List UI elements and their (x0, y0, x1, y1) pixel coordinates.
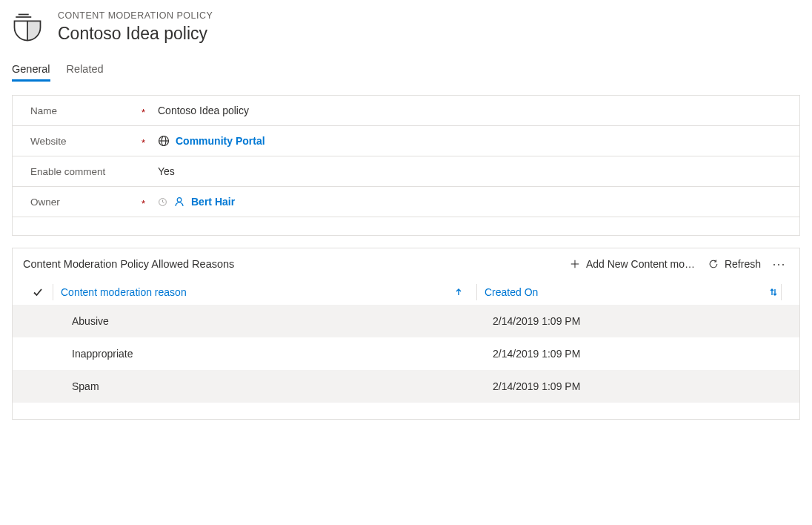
tab-general[interactable]: General (12, 63, 50, 82)
cell-reason: Spam (72, 380, 493, 392)
field-website: Website * Community Portal (13, 126, 799, 156)
table-row[interactable]: Abusive 2/14/2019 1:09 PM (13, 305, 799, 337)
website-link[interactable]: Community Portal (176, 135, 265, 147)
website-lookup[interactable]: Community Portal (144, 135, 782, 147)
table-row[interactable]: Inappropriate 2/14/2019 1:09 PM (13, 337, 799, 370)
add-new-button[interactable]: Add New Content mo… (570, 258, 695, 270)
refresh-icon (708, 259, 719, 269)
general-panel: Name * Contoso Idea policy Website * Com… (12, 95, 800, 236)
cell-created-on: 2/14/2019 1:09 PM (493, 380, 789, 392)
required-indicator: * (142, 107, 145, 118)
sort-asc-icon (454, 288, 463, 297)
subgrid-header: Content Moderation Policy Allowed Reason… (13, 248, 799, 280)
column-separator (53, 284, 53, 300)
add-new-label: Add New Content mo… (586, 258, 695, 270)
tab-related[interactable]: Related (67, 63, 104, 82)
field-label: Enable comment (30, 166, 144, 177)
field-enable-comment: Enable comment Yes (13, 156, 799, 187)
plus-icon (570, 259, 580, 269)
more-commands-button[interactable]: ⋯ (768, 256, 789, 272)
refresh-button[interactable]: Refresh (708, 258, 761, 270)
cell-created-on: 2/14/2019 1:09 PM (493, 348, 789, 360)
tab-bar: General Related (12, 63, 800, 82)
clock-icon (158, 197, 167, 207)
reasons-grid: Content moderation reason Created On Abu… (13, 280, 799, 419)
select-all-checkbox[interactable] (23, 286, 53, 298)
grid-header-row: Content moderation reason Created On (13, 280, 799, 305)
column-separator (781, 284, 782, 300)
col-label: Content moderation reason (61, 286, 187, 298)
page-title: Contoso Idea policy (58, 24, 213, 44)
owner-lookup[interactable]: Bert Hair (144, 196, 782, 208)
field-owner: Owner * Bert Hair (13, 187, 799, 217)
table-row[interactable]: Spam 2/14/2019 1:09 PM (13, 370, 799, 403)
col-label: Created On (485, 286, 538, 298)
label-text: Enable comment (30, 166, 105, 177)
label-text: Owner (30, 197, 60, 208)
allowed-reasons-panel: Content Moderation Policy Allowed Reason… (12, 248, 800, 420)
field-value: Yes (158, 165, 175, 177)
field-value: Contoso Idea policy (158, 105, 249, 116)
enable-comment-input[interactable]: Yes (144, 165, 782, 177)
breadcrumb: CONTENT MODERATION POLICY (58, 10, 213, 21)
required-indicator: * (142, 198, 145, 209)
globe-icon (158, 135, 170, 147)
cell-reason: Abusive (72, 315, 493, 327)
column-header-created-on[interactable]: Created On (485, 286, 781, 298)
column-header-reason[interactable]: Content moderation reason (61, 286, 476, 298)
column-separator (476, 284, 477, 300)
cell-created-on: 2/14/2019 1:09 PM (493, 315, 789, 327)
svg-point-6 (177, 198, 182, 202)
field-name: Name * Contoso Idea policy (13, 96, 799, 126)
page-header: CONTENT MODERATION POLICY Contoso Idea p… (12, 10, 800, 44)
subgrid-title: Content Moderation Policy Allowed Reason… (23, 258, 556, 270)
owner-link[interactable]: Bert Hair (191, 196, 235, 208)
refresh-label: Refresh (725, 258, 761, 270)
sort-swap-icon (769, 288, 778, 297)
name-input[interactable]: Contoso Idea policy (144, 105, 782, 116)
label-text: Website (30, 136, 67, 147)
label-text: Name (30, 105, 57, 116)
field-label: Name * (30, 105, 144, 116)
field-label: Owner * (30, 197, 144, 208)
required-indicator: * (142, 137, 145, 148)
field-label: Website * (30, 136, 144, 147)
check-icon (32, 286, 44, 298)
cell-reason: Inappropriate (72, 348, 493, 360)
policy-shield-icon (12, 12, 43, 43)
grid-body: Abusive 2/14/2019 1:09 PM Inappropriate … (13, 305, 799, 419)
person-icon (173, 196, 185, 208)
